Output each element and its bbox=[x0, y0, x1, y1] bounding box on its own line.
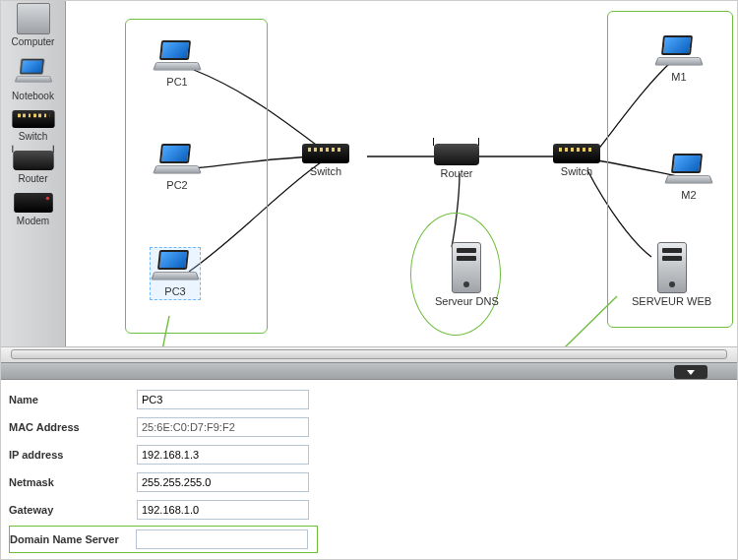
palette-router[interactable]: Router bbox=[11, 150, 56, 184]
node-label: M2 bbox=[681, 189, 696, 201]
palette-label: Notebook bbox=[12, 91, 54, 101]
label-gateway: Gateway bbox=[9, 504, 137, 516]
node-pc1[interactable]: PC1 bbox=[154, 40, 200, 88]
node-label: Switch bbox=[310, 165, 341, 177]
mac-field bbox=[137, 417, 309, 437]
node-m2[interactable]: M2 bbox=[666, 154, 711, 201]
node-label: PC2 bbox=[166, 179, 187, 191]
node-label: PC3 bbox=[164, 285, 185, 297]
palette-label: Switch bbox=[19, 131, 47, 142]
notebook-icon bbox=[16, 59, 51, 86]
node-label: Serveur DNS bbox=[435, 295, 499, 307]
scrollbar-thumb[interactable] bbox=[11, 349, 727, 359]
switch-icon bbox=[12, 110, 54, 128]
node-pc2[interactable]: PC2 bbox=[154, 144, 200, 191]
dns-row-highlight: Domain Name Server bbox=[9, 526, 318, 553]
label-name: Name bbox=[9, 394, 137, 405]
label-ip: IP address bbox=[9, 449, 137, 461]
computer-icon bbox=[17, 3, 50, 34]
palette-label: Modem bbox=[17, 216, 49, 226]
label-dns: Domain Name Server bbox=[10, 533, 136, 545]
collapse-button[interactable] bbox=[674, 365, 707, 379]
notebook-icon bbox=[656, 35, 702, 69]
node-label: Router bbox=[440, 167, 472, 179]
router-icon bbox=[434, 144, 479, 165]
properties-panel: Name MAC Address IP address Netmask Gate… bbox=[1, 380, 737, 559]
modem-icon bbox=[14, 193, 53, 213]
node-label: SERVEUR WEB bbox=[632, 295, 711, 307]
app-window: Computer Notebook Switch Router Modem bbox=[0, 0, 738, 560]
horizontal-scrollbar[interactable] bbox=[1, 346, 737, 362]
notebook-icon bbox=[153, 250, 198, 283]
server-icon bbox=[657, 242, 687, 293]
node-label: M1 bbox=[671, 71, 686, 83]
palette-switch[interactable]: Switch bbox=[10, 109, 57, 142]
label-mac: MAC Address bbox=[9, 421, 137, 433]
notebook-icon bbox=[154, 40, 200, 74]
node-m1[interactable]: M1 bbox=[656, 35, 702, 83]
workspace: Computer Notebook Switch Router Modem bbox=[1, 1, 737, 346]
palette-modem[interactable]: Modem bbox=[12, 192, 55, 226]
server-icon bbox=[452, 242, 481, 293]
label-netmask: Netmask bbox=[9, 476, 137, 488]
gateway-field[interactable] bbox=[137, 500, 309, 520]
switch-icon bbox=[553, 144, 600, 163]
palette-label: Router bbox=[18, 173, 47, 184]
palette-notebook[interactable]: Notebook bbox=[11, 55, 56, 101]
dns-field[interactable] bbox=[136, 529, 308, 549]
node-switch-left[interactable]: Switch bbox=[302, 144, 349, 177]
palette-computer[interactable]: Computer bbox=[12, 3, 55, 47]
router-icon bbox=[13, 151, 53, 170]
node-router[interactable]: Router bbox=[434, 144, 479, 179]
notebook-icon bbox=[154, 144, 200, 177]
panel-divider[interactable] bbox=[1, 362, 737, 380]
topology-canvas[interactable]: PC1 PC2 PC3 Switch Router Switch bbox=[66, 1, 737, 346]
device-palette: Computer Notebook Switch Router Modem bbox=[1, 1, 66, 346]
node-dns-server[interactable]: Serveur DNS bbox=[435, 242, 499, 307]
name-field[interactable] bbox=[137, 390, 309, 409]
netmask-field[interactable] bbox=[137, 472, 309, 492]
palette-label: Computer bbox=[12, 36, 55, 47]
node-web-server[interactable]: SERVEUR WEB bbox=[632, 242, 711, 307]
node-pc3[interactable]: PC3 bbox=[150, 247, 201, 300]
notebook-icon bbox=[666, 154, 711, 187]
node-switch-right[interactable]: Switch bbox=[553, 144, 600, 177]
node-label: PC1 bbox=[166, 76, 187, 88]
ip-field[interactable] bbox=[137, 445, 309, 465]
switch-icon bbox=[302, 144, 349, 163]
node-label: Switch bbox=[561, 165, 592, 177]
